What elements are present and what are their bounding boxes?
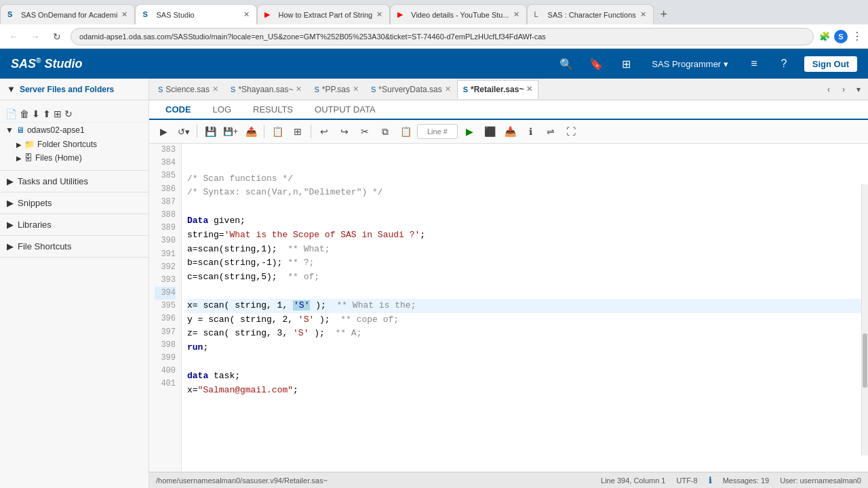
science-tab-close[interactable]: ✕ [212,85,218,94]
editor-tab-science[interactable]: S Science.sas ✕ [152,80,224,99]
menu-icon[interactable]: ⋮ [852,30,863,43]
browser-tab-sas-ondemand[interactable]: S SAS OnDemand for Academi ✕ [0,4,135,24]
sub-tab-code[interactable]: CODE [155,100,202,120]
scrollbar-thumb[interactable] [863,333,867,388]
tabs-scroll-right[interactable]: › [837,83,850,96]
table-icon[interactable]: ⊞ [54,108,62,119]
insert-button[interactable]: 📥 [501,123,519,140]
browser-tab-sas-char[interactable]: L SAS : Character Functions ✕ [527,4,654,24]
fullscreen-button[interactable]: ⛶ [562,123,580,140]
code-editor[interactable]: 383 384 385 386 387 388 389 390 391 392 … [149,144,868,472]
signout-button[interactable]: Sign Out [804,56,857,72]
refresh-tree-icon[interactable]: ↻ [64,108,73,119]
upload-icon[interactable]: ⬆ [43,108,51,119]
forward-button[interactable]: → [27,28,43,45]
tab-title-sas-char: SAS : Character Functions [548,11,636,19]
tabs-scroll-left[interactable]: ‹ [822,83,835,96]
undo-dropdown[interactable]: ↺▾ [175,123,193,140]
sub-tab-results[interactable]: RESULTS [242,100,304,119]
editor-tab-shayaan[interactable]: S *Shayaan.sas~ ✕ [224,80,308,99]
snippet-button[interactable]: 📋 [269,123,286,140]
tasks-utilities-section[interactable]: ▶ Tasks and Utilities [0,171,149,192]
new-file-icon[interactable]: 📄 [5,108,17,119]
editor-tab-pp[interactable]: S *PP.sas ✕ [308,80,364,99]
info-button[interactable]: ℹ [521,123,539,140]
refresh-button[interactable]: ↻ [49,28,65,45]
tab-favicon-youtube1: ▶ [264,10,274,20]
scrollbar-track[interactable] [861,184,868,455]
address-bar: ← → ↻ odamid-apse1.oda.sas.com/SASStudio… [0,24,868,49]
tab-close-sas-char[interactable]: ✕ [640,10,646,19]
ln-386: 386 [155,183,176,196]
code-line-400: x="Salman@gmail.com"; [187,384,863,398]
export-button[interactable]: 📤 [242,123,260,140]
undo-button[interactable]: ↩ [315,123,333,140]
bookmark-header-icon[interactable]: 🔖 [587,54,606,73]
ln-390: 390 [155,235,176,247]
ln-387: 387 [155,196,176,209]
save-as-button[interactable]: 💾+ [222,123,239,140]
folder-icon: 📁 [24,140,35,149]
code-line-388: Data given; [187,214,863,228]
copy-button[interactable]: ⧉ [376,123,394,140]
code-line-390: a=scan(string,1); ** What; [187,243,863,257]
retailer-tab-icon: S [463,85,468,94]
snippets-section[interactable]: ▶ Snippets [0,192,149,214]
format-button[interactable]: ⊞ [289,123,307,140]
editor-tab-retailer[interactable]: S *Retailer.sas~ ✕ [457,80,539,99]
tab-favicon-youtube2: ▶ [397,10,407,20]
folder-arrow: ▶ [16,141,22,148]
redo-button[interactable]: ↪ [336,123,353,140]
libraries-section[interactable]: ▶ Libraries [0,214,149,236]
sidebar: ▼ Server Files and Folders 📄 🗑 ⬇ ⬆ ⊞ ↻ [0,79,149,488]
file-shortcuts-label: File Shortcuts [18,241,71,251]
search-header-icon[interactable]: 🔍 [557,54,576,73]
delete-icon[interactable]: 🗑 [20,108,29,119]
url-input[interactable]: odamid-apse1.oda.sas.com/SASStudio/main?… [71,28,814,45]
back-button[interactable]: ← [5,28,22,45]
help-icon[interactable]: ? [774,54,793,73]
settings-icon[interactable]: ≡ [745,54,764,73]
align-button[interactable]: ⇌ [542,123,559,140]
paste-button[interactable]: 📋 [397,123,414,140]
sas-logo: SAS® Studio [11,57,82,71]
tab-close-sas-studio[interactable]: ✕ [243,10,250,19]
cut-button[interactable]: ✂ [356,123,374,140]
sub-tab-output-data[interactable]: OUTPUT DATA [304,100,387,119]
file-shortcuts-section[interactable]: ▶ File Shortcuts [0,236,149,258]
tab-title-youtube1: How to Extract Part of String [278,11,372,19]
libraries-label: Libraries [18,220,52,230]
tree-root-node[interactable]: ▼ 🖥 odaws02-apse1 [0,123,149,138]
retailer-tab-close[interactable]: ✕ [526,85,532,94]
download-icon[interactable]: ⬇ [32,108,40,119]
tab-close-youtube2[interactable]: ✕ [513,10,519,19]
tab-close-youtube1[interactable]: ✕ [376,10,382,19]
code-line-394: x= scan( string, 1, 'S' ); ** What is th… [187,299,863,313]
sidebar-item-folder-shortcuts[interactable]: ▶ 📁 Folder Shortcuts [0,138,149,151]
tab-close-sas-ondemand[interactable]: ✕ [121,10,127,19]
tabs-dropdown[interactable]: ▾ [852,83,865,96]
new-tab-button[interactable]: + [654,4,674,24]
file-shortcuts-arrow: ▶ [7,241,14,251]
browser-tab-youtube2[interactable]: ▶ Video details - YouTube Stu... ✕ [390,4,526,24]
editor-tab-survery[interactable]: S *SurveryData.sas ✕ [365,80,457,99]
server-files-header[interactable]: ▼ Server Files and Folders [0,79,149,100]
stop-button[interactable]: ⬛ [481,123,498,140]
code-content[interactable]: /* Scan functions */ /* Syntax: scan(Var… [182,144,868,472]
code-line-393 [187,285,863,299]
run-button[interactable]: ▶ [155,123,172,140]
survery-tab-close[interactable]: ✕ [445,85,451,94]
grid-header-icon[interactable]: ⊞ [616,54,635,73]
pp-tab-close[interactable]: ✕ [353,85,359,94]
browser-tab-sas-studio[interactable]: S SAS Studio ✕ [135,4,257,24]
extensions-icon: 🧩 [819,31,830,41]
sidebar-item-files-home[interactable]: ▶ 🗄 Files (Home) [0,151,149,165]
shayaan-tab-close[interactable]: ✕ [296,85,302,94]
browser-tab-youtube1[interactable]: ▶ How to Extract Part of String ✕ [257,4,390,24]
line-number-input[interactable] [417,124,458,139]
ln-400: 400 [155,365,176,378]
code-line-399: data task; [187,369,863,384]
sub-tab-log[interactable]: LOG [202,100,242,119]
run-selected-button[interactable]: ▶ [460,123,478,140]
save-button[interactable]: 💾 [201,123,219,140]
